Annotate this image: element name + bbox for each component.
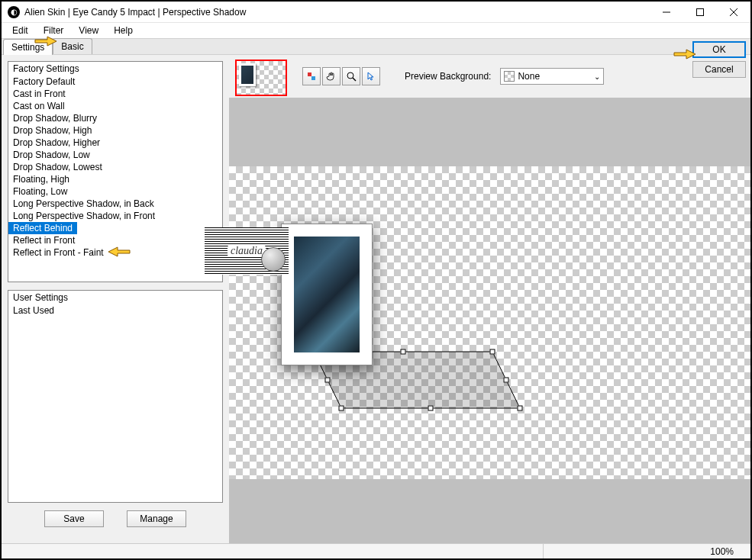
preview-bg-value: None	[518, 71, 540, 82]
preset-item[interactable]: Reflect in Front - Faint	[8, 246, 222, 259]
preview-object[interactable]	[281, 224, 373, 365]
transform-handle[interactable]	[490, 349, 495, 355]
preview-bg-label: Preview Background:	[405, 71, 491, 82]
menu-view[interactable]: View	[71, 24, 106, 37]
cancel-button[interactable]: Cancel	[692, 61, 746, 78]
preview-thumbnail[interactable]	[235, 60, 287, 96]
factory-settings-list[interactable]: Factory Settings Factory Default Cast in…	[8, 61, 223, 282]
toolbar: Preview Background: None ⌄	[229, 55, 750, 98]
preset-item[interactable]: Floating, High	[8, 173, 222, 185]
transform-handle[interactable]	[518, 406, 523, 411]
preset-item[interactable]: Drop Shadow, Blurry	[8, 112, 222, 124]
ok-button[interactable]: OK	[692, 41, 746, 58]
svg-rect-4	[308, 72, 311, 76]
close-button[interactable]	[717, 2, 750, 22]
save-button[interactable]: Save	[44, 510, 104, 527]
transform-handle[interactable]	[401, 349, 406, 355]
transform-handle[interactable]	[428, 406, 434, 411]
svg-rect-1	[697, 8, 704, 15]
tab-basic[interactable]: Basic	[53, 38, 92, 54]
user-setting-item[interactable]: Last Used	[8, 304, 222, 317]
color-select-icon[interactable]	[302, 67, 321, 85]
preview-bg-dropdown[interactable]: None ⌄	[500, 68, 604, 85]
left-panel: Factory Settings Factory Default Cast in…	[2, 55, 229, 543]
arrow-select-icon[interactable]	[362, 67, 380, 85]
preset-item[interactable]: Cast in Front	[8, 88, 222, 100]
menu-filter[interactable]: Filter	[36, 24, 72, 37]
user-settings-list[interactable]: User Settings Last Used	[8, 290, 223, 503]
svg-point-6	[347, 72, 353, 79]
preview-area[interactable]	[229, 98, 750, 543]
preset-item-selected[interactable]: Reflect Behind	[8, 222, 77, 234]
menu-edit[interactable]: Edit	[5, 24, 36, 37]
maximize-button[interactable]	[683, 2, 717, 22]
swatch-icon	[504, 71, 515, 82]
preset-item[interactable]: Factory Default	[8, 76, 222, 88]
tab-settings[interactable]: Settings	[3, 39, 53, 55]
transform-handle[interactable]	[339, 406, 344, 411]
svg-line-7	[353, 78, 356, 81]
preset-item[interactable]: Long Perspective Shadow, in Front	[8, 210, 222, 222]
window-controls	[650, 2, 750, 22]
left-button-row: Save Manage	[8, 510, 223, 527]
transform-handle[interactable]	[504, 378, 509, 383]
user-settings-header: User Settings	[8, 291, 222, 304]
preset-item[interactable]: Cast on Wall	[8, 100, 222, 112]
tabstrip: Settings Basic	[2, 38, 750, 55]
preset-item[interactable]: Long Perspective Shadow, in Back	[8, 198, 222, 210]
content: Factory Settings Factory Default Cast in…	[2, 55, 750, 543]
right-panel: Preview Background: None ⌄	[229, 55, 750, 543]
preset-item[interactable]: Drop Shadow, Higher	[8, 137, 222, 149]
transform-handle[interactable]	[325, 378, 331, 383]
preset-item[interactable]: Drop Shadow, Low	[8, 149, 222, 161]
factory-settings-header: Factory Settings	[8, 62, 222, 76]
preview-image	[294, 237, 360, 352]
preset-item[interactable]: Reflect in Front	[8, 234, 222, 246]
chevron-down-icon: ⌄	[594, 72, 600, 81]
zoom-icon[interactable]	[342, 67, 360, 85]
manage-button[interactable]: Manage	[127, 510, 186, 527]
window-title: Alien Skin | Eye Candy 5 Impact | Perspe…	[24, 7, 650, 18]
zoom-level: 100%	[543, 544, 741, 558]
thumbnail-image	[239, 63, 256, 86]
menu-help[interactable]: Help	[106, 24, 140, 37]
titlebar: ◐ Alien Skin | Eye Candy 5 Impact | Pers…	[2, 2, 750, 23]
preset-item[interactable]: Drop Shadow, High	[8, 124, 222, 137]
watermark: claudia	[205, 227, 289, 275]
svg-rect-5	[311, 76, 315, 80]
watermark-text: claudia	[228, 245, 266, 257]
preset-item[interactable]: Floating, Low	[8, 185, 222, 198]
statusbar: 100%	[2, 543, 750, 558]
globe-icon	[261, 247, 286, 272]
app-icon: ◐	[8, 6, 20, 18]
preset-item[interactable]: Drop Shadow, Lowest	[8, 161, 222, 173]
tool-buttons	[302, 67, 380, 85]
minimize-button[interactable]	[650, 2, 683, 22]
hand-pan-icon[interactable]	[322, 67, 340, 85]
menubar: Edit Filter View Help	[2, 23, 750, 38]
